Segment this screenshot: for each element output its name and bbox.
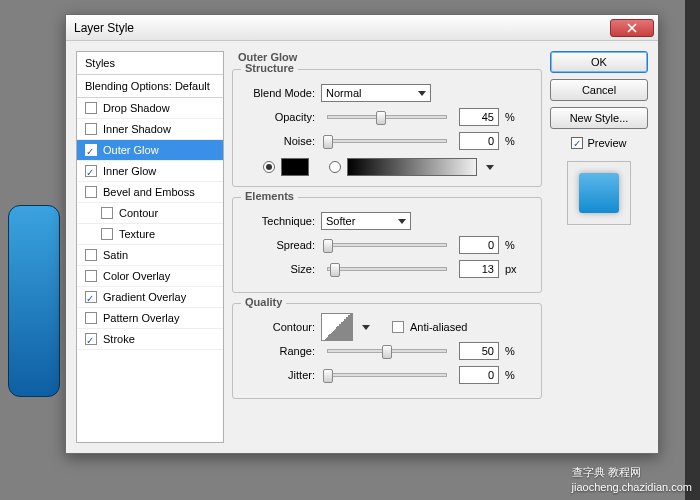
technique-value: Softer <box>326 215 355 227</box>
structure-group: Structure Blend Mode: Normal Opacity: 45… <box>232 69 542 187</box>
ok-button[interactable]: OK <box>550 51 648 73</box>
anti-aliased-checkbox[interactable] <box>392 321 404 333</box>
opacity-slider[interactable] <box>327 115 447 119</box>
spread-label: Spread: <box>243 239 315 251</box>
adjacent-panel <box>685 0 700 500</box>
jitter-slider[interactable] <box>327 373 447 377</box>
chevron-down-icon <box>398 219 406 224</box>
style-stroke[interactable]: ✓Stroke <box>77 329 223 350</box>
blend-mode-label: Blend Mode: <box>243 87 315 99</box>
chevron-down-icon[interactable] <box>362 325 370 330</box>
watermark: 查字典 教程网 jiaocheng.chazidian.com <box>572 465 692 494</box>
technique-label: Technique: <box>243 215 315 227</box>
color-gradient-radio[interactable] <box>329 161 341 173</box>
slider-thumb[interactable] <box>330 263 340 277</box>
size-label: Size: <box>243 263 315 275</box>
style-outer-glow[interactable]: ✓Outer Glow <box>77 140 223 161</box>
spread-unit: % <box>505 239 521 251</box>
close-icon <box>627 23 637 33</box>
gradient-picker[interactable] <box>347 158 477 176</box>
style-inner-shadow[interactable]: Inner Shadow <box>77 119 223 140</box>
style-label: Inner Shadow <box>103 123 171 135</box>
style-color-overlay[interactable]: Color Overlay <box>77 266 223 287</box>
blend-mode-value: Normal <box>326 87 361 99</box>
anti-aliased-label: Anti-aliased <box>410 321 467 333</box>
style-texture[interactable]: Texture <box>77 224 223 245</box>
style-inner-glow[interactable]: ✓Inner Glow <box>77 161 223 182</box>
opacity-label: Opacity: <box>243 111 315 123</box>
dialog-buttons: OK Cancel New Style... Preview <box>550 51 648 443</box>
size-input[interactable]: 13 <box>459 260 499 278</box>
slider-thumb[interactable] <box>382 345 392 359</box>
chevron-down-icon[interactable] <box>486 165 494 170</box>
spread-input[interactable]: 0 <box>459 236 499 254</box>
style-gradient-overlay[interactable]: ✓Gradient Overlay <box>77 287 223 308</box>
cancel-button[interactable]: Cancel <box>550 79 648 101</box>
style-label: Texture <box>119 228 155 240</box>
settings-column: Outer Glow Structure Blend Mode: Normal … <box>232 51 542 443</box>
layer-style-dialog: Layer Style Styles Blending Options: Def… <box>65 14 659 454</box>
opacity-unit: % <box>505 111 521 123</box>
size-unit: px <box>505 263 521 275</box>
contour-picker[interactable] <box>321 313 353 341</box>
spread-slider[interactable] <box>327 243 447 247</box>
close-button[interactable] <box>610 19 654 37</box>
style-label: Contour <box>119 207 158 219</box>
preview-toggle[interactable]: Preview <box>550 137 648 149</box>
style-label: Stroke <box>103 333 135 345</box>
elements-legend: Elements <box>241 190 298 202</box>
style-label: Gradient Overlay <box>103 291 186 303</box>
title-bar: Layer Style <box>66 15 658 41</box>
preview-checkbox[interactable] <box>571 137 583 149</box>
blending-options-row[interactable]: Blending Options: Default <box>77 75 223 98</box>
color-swatch[interactable] <box>281 158 309 176</box>
technique-select[interactable]: Softer <box>321 212 411 230</box>
quality-group: Quality Contour: Anti-aliased Range: 50 … <box>232 303 542 399</box>
slider-thumb[interactable] <box>323 239 333 253</box>
style-label: Pattern Overlay <box>103 312 179 324</box>
style-label: Bevel and Emboss <box>103 186 195 198</box>
color-solid-radio[interactable] <box>263 161 275 173</box>
styles-header[interactable]: Styles <box>77 52 223 75</box>
chevron-down-icon <box>418 91 426 96</box>
jitter-label: Jitter: <box>243 369 315 381</box>
range-slider[interactable] <box>327 349 447 353</box>
style-label: Satin <box>103 249 128 261</box>
range-unit: % <box>505 345 521 357</box>
style-contour[interactable]: Contour <box>77 203 223 224</box>
style-bevel-emboss[interactable]: Bevel and Emboss <box>77 182 223 203</box>
preview-label: Preview <box>587 137 626 149</box>
style-label: Color Overlay <box>103 270 170 282</box>
noise-label: Noise: <box>243 135 315 147</box>
noise-input[interactable]: 0 <box>459 132 499 150</box>
jitter-input[interactable]: 0 <box>459 366 499 384</box>
contour-label: Contour: <box>243 321 315 333</box>
style-drop-shadow[interactable]: Drop Shadow <box>77 98 223 119</box>
canvas-shape <box>8 205 60 397</box>
opacity-input[interactable]: 45 <box>459 108 499 126</box>
size-slider[interactable] <box>327 267 447 271</box>
style-pattern-overlay[interactable]: Pattern Overlay <box>77 308 223 329</box>
style-label: Inner Glow <box>103 165 156 177</box>
slider-thumb[interactable] <box>323 369 333 383</box>
slider-thumb[interactable] <box>323 135 333 149</box>
dialog-title: Layer Style <box>74 21 134 35</box>
style-label: Outer Glow <box>103 144 159 156</box>
range-label: Range: <box>243 345 315 357</box>
new-style-button[interactable]: New Style... <box>550 107 648 129</box>
jitter-unit: % <box>505 369 521 381</box>
styles-list: Styles Blending Options: Default Drop Sh… <box>76 51 224 443</box>
structure-legend: Structure <box>241 62 298 74</box>
style-label: Drop Shadow <box>103 102 170 114</box>
quality-legend: Quality <box>241 296 286 308</box>
noise-unit: % <box>505 135 521 147</box>
noise-slider[interactable] <box>327 139 447 143</box>
range-input[interactable]: 50 <box>459 342 499 360</box>
slider-thumb[interactable] <box>376 111 386 125</box>
style-satin[interactable]: Satin <box>77 245 223 266</box>
preview-thumbnail <box>567 161 631 225</box>
blend-mode-select[interactable]: Normal <box>321 84 431 102</box>
elements-group: Elements Technique: Softer Spread: 0 % S… <box>232 197 542 293</box>
